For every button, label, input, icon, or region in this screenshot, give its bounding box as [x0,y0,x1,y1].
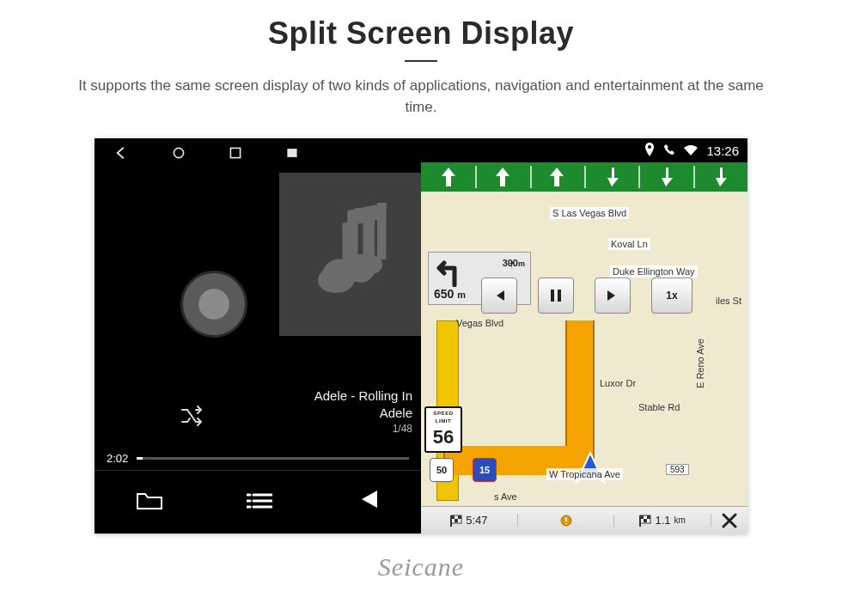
svg-rect-2 [287,149,296,157]
exit-number-label: 593 [666,464,689,475]
title-underline [405,60,437,62]
speed-limit-sign: SPEED LIMIT 56 [424,406,462,453]
music-note-icon [309,203,391,306]
lane-arrow-6 [693,162,747,192]
track-title-label: Adele - Rolling In [314,387,412,405]
music-panel: Adele - Rolling In Adele 1/48 2:02 [95,138,421,534]
progress-row: 2:02 [95,452,421,465]
location-icon [644,143,655,159]
svg-point-7 [648,145,651,149]
elapsed-time-label: 2:02 [107,452,128,465]
lane-arrow-4 [584,162,638,192]
street-luxor-dr: Luxor Dr [597,377,638,389]
lane-arrow-2 [475,162,529,192]
album-art-placeholder [279,173,421,336]
lane-arrow-5 [638,162,693,192]
flag-icon [450,515,462,527]
speed-limit-value: 56 [426,428,461,447]
route-shield-i15: 15 [473,458,497,482]
street-s-las-vegas-blvd: S Las Vegas Blvd [550,207,629,219]
previous-track-button[interactable] [357,489,379,515]
joystick-control[interactable] [180,271,247,338]
route-shield-50: 50 [430,458,454,482]
close-button[interactable] [711,513,747,528]
home-icon[interactable] [170,144,187,162]
clock-label: 13:26 [706,143,739,158]
playlist-button[interactable] [247,489,272,515]
street-vegas-blvd-frag: Vegas Blvd [454,317,506,329]
brand-watermark: Seicane [0,552,842,582]
street-duke-ellington: Duke Ellington Way [610,265,698,278]
eta-distance-segment[interactable]: 1.1 km [614,514,711,527]
street-koval-ln: Koval Ln [608,238,650,250]
eta-time-label: 5:47 [466,514,487,527]
map-speed-button[interactable]: 1x [651,278,693,314]
speed-limit-label-bottom: LIMIT [426,418,461,424]
picture-icon[interactable] [284,144,301,162]
close-icon [722,513,737,528]
svg-rect-8 [551,290,554,302]
svg-rect-1 [230,149,240,158]
street-w-tropicana: W Tropicana Ave [546,468,623,480]
svg-point-0 [174,149,183,158]
map-prev-button[interactable] [481,278,517,314]
progress-fill [137,457,142,460]
turn-left-icon [434,256,465,287]
eta-time-segment[interactable]: 5:47 [421,514,518,527]
page-subtitle: It supports the same screen display of t… [69,76,773,118]
map-pause-button[interactable] [538,278,574,314]
lane-guidance-bar [421,162,747,192]
eta-distance-value: 1.1 [655,514,670,527]
map-media-controls: 1x [481,278,693,314]
flag-icon [639,515,651,527]
eta-distance-unit: km [674,515,686,525]
speed-limit-label-top: SPEED [426,411,461,416]
progress-bar[interactable] [137,457,409,460]
street-iles-st-frag: iles St [713,295,744,307]
svg-point-3 [318,267,351,293]
street-e-reno-ave: E Reno Ave [694,336,706,391]
current-turn-distance: 650 m [434,287,466,301]
folder-button[interactable] [137,489,162,515]
street-s-ave-frag: s Ave [491,491,520,503]
status-bar: 13:26 [421,138,747,162]
svg-rect-9 [558,290,561,302]
phone-icon [663,143,675,158]
track-artist-label: Adele [314,405,412,422]
lane-arrow-1 [421,162,475,192]
wifi-icon [684,143,698,158]
route-info-segment[interactable] [518,515,615,527]
device-mockup: Adele - Rolling In Adele 1/48 2:02 [95,138,747,534]
music-bottom-bar [95,470,421,534]
shuffle-icon[interactable] [180,406,206,432]
lane-arrow-3 [530,162,584,192]
back-icon[interactable] [113,144,131,162]
street-stable-rd: Stable Rd [636,401,682,413]
android-nav-bar [95,138,421,168]
map-next-button[interactable] [595,278,631,314]
page-title: Split Screen Display [0,15,842,52]
next-turn-distance: 300m [503,258,525,268]
route-info-icon [560,515,572,527]
map-canvas[interactable]: 300m 650 m S Las Vegas Blvd Koval Ln Duk… [421,192,747,506]
track-metadata: Adele - Rolling In Adele 1/48 [314,387,412,436]
album-area: Adele - Rolling In Adele 1/48 2:02 [95,168,421,470]
navigation-panel: 13:26 300m [421,138,747,534]
track-index-label: 1/48 [314,422,412,436]
recents-icon[interactable] [227,144,244,162]
navigation-bottom-bar: 5:47 1.1 km [421,506,747,534]
